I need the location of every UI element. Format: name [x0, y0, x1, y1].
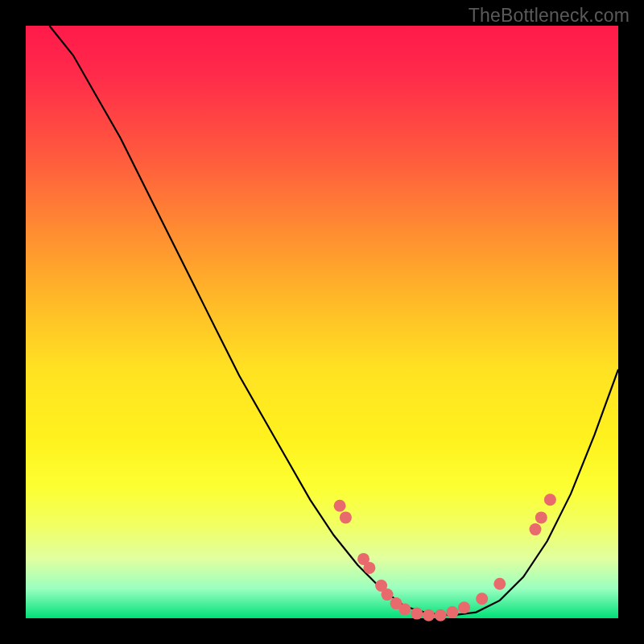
- marker-dot: [340, 511, 352, 523]
- marker-dot: [382, 588, 394, 601]
- marker-dot: [530, 523, 542, 535]
- marker-dot: [411, 608, 423, 620]
- marker-dot: [399, 604, 411, 616]
- marker-dot: [458, 601, 470, 613]
- marker-dot: [493, 578, 506, 590]
- marker-dot: [544, 493, 556, 506]
- chart-plot-area: [26, 26, 618, 618]
- marker-dot: [334, 500, 346, 512]
- marker-dot: [423, 609, 435, 621]
- curve-svg: [26, 26, 618, 618]
- marker-dot: [435, 609, 447, 621]
- marker-dot: [535, 511, 547, 523]
- marker-dot: [476, 592, 488, 605]
- marker-dot: [363, 562, 375, 574]
- watermark-text: TheBottleneck.com: [469, 5, 630, 27]
- marker-dots-group: [334, 493, 556, 621]
- marker-dot: [446, 606, 458, 618]
